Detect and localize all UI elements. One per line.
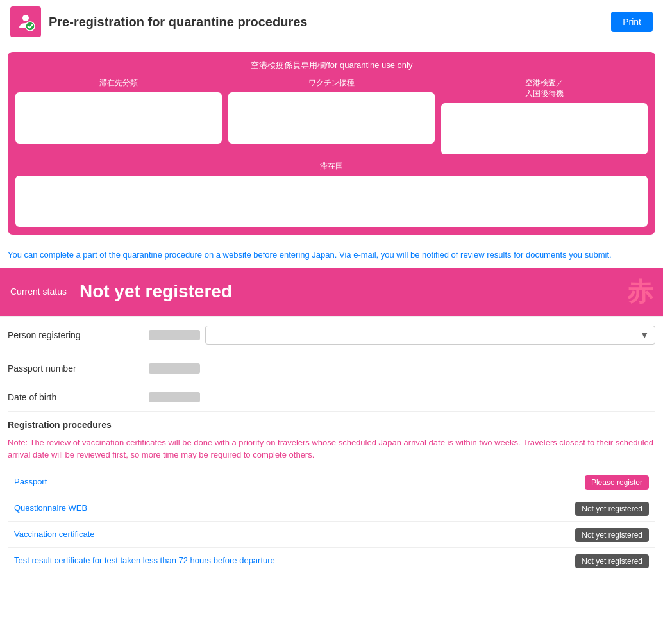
registration-procedures-note: Note: The review of vaccination certific… (8, 436, 655, 461)
passport-number-label: Passport number (8, 363, 149, 374)
quarantine-box: 空港検疫係員専用欄/for quarantine use only 滞在先分類 … (8, 52, 655, 235)
table-row: Questionnaire WEBNot yet registered (8, 495, 655, 521)
reg-item-anchor[interactable]: Questionnaire WEB (14, 503, 87, 513)
date-of-birth-row: Date of birth (8, 383, 655, 412)
quarantine-col3-box (441, 103, 648, 154)
person-registering-select-wrapper[interactable]: ▼ (205, 326, 655, 345)
passport-number-blurred (149, 363, 200, 374)
quarantine-title: 空港検疫係員専用欄/for quarantine use only (15, 60, 648, 71)
reg-item-link[interactable]: Vaccination certificate (8, 521, 540, 547)
reg-item-link[interactable]: Passport (8, 469, 540, 495)
person-registering-label: Person registering (8, 330, 149, 340)
status-kanji: 赤 (627, 274, 653, 310)
date-of-birth-value (149, 392, 655, 402)
passport-number-value (149, 363, 655, 374)
svg-point-0 (22, 15, 29, 21)
quarantine-top-row: 滞在先分類 ワクチン接種 空港検査／入国後待機 (15, 78, 648, 154)
info-text: You can complete a part of the quarantin… (0, 242, 663, 268)
quarantine-col3-label: 空港検査／入国後待機 (525, 78, 564, 99)
date-of-birth-label: Date of birth (8, 392, 149, 402)
reg-item-anchor[interactable]: Test result certificate for test taken l… (14, 556, 275, 565)
table-row: Test result certificate for test taken l… (8, 547, 655, 574)
registration-procedures-title: Registration procedures (8, 420, 655, 430)
quarantine-col1-label: 滞在先分類 (99, 78, 138, 88)
table-row: Vaccination certificateNot yet registere… (8, 521, 655, 547)
header-left: Pre-registration for quarantine procedur… (10, 6, 307, 37)
quarantine-bottom-row: 滞在国 (15, 161, 648, 227)
quarantine-col2-label: ワクチン接種 (308, 78, 355, 88)
person-registering-row: Person registering ▼ (8, 317, 655, 354)
quarantine-wide-box (15, 176, 648, 227)
person-registering-select[interactable] (205, 326, 655, 345)
quarantine-col-1: 滞在先分類 (15, 78, 222, 154)
reg-item-anchor[interactable]: Passport (14, 477, 47, 486)
header: Pre-registration for quarantine procedur… (0, 0, 663, 44)
app-icon (10, 6, 41, 37)
reg-item-badge-cell: Not yet registered (540, 495, 655, 521)
quarantine-wide-label: 滞在国 (320, 161, 343, 172)
reg-item-anchor[interactable]: Vaccination certificate (14, 529, 95, 539)
registration-procedures-table: PassportPlease registerQuestionnaire WEB… (8, 469, 655, 574)
print-button[interactable]: Print (611, 12, 653, 32)
form-section: Person registering ▼ Passport number Dat… (0, 316, 663, 412)
reg-item-badge: Not yet registered (575, 502, 649, 516)
quarantine-col1-box (15, 92, 222, 144)
reg-item-badge[interactable]: Please register (585, 475, 649, 490)
table-row: PassportPlease register (8, 469, 655, 495)
status-value: Not yet registered (80, 281, 232, 302)
reg-item-badge-cell: Not yet registered (540, 521, 655, 547)
status-bar: Current status Not yet registered 赤 (0, 268, 663, 316)
reg-item-badge: Not yet registered (575, 528, 649, 542)
quarantine-col-3: 空港検査／入国後待機 (441, 78, 648, 154)
date-of-birth-blurred (149, 392, 200, 402)
reg-item-badge-cell: Not yet registered (540, 547, 655, 574)
person-registering-blurred (149, 330, 200, 340)
person-registering-value: ▼ (149, 326, 655, 345)
quarantine-col-2: ワクチン接種 (228, 78, 435, 154)
status-label: Current status (10, 286, 67, 297)
reg-item-link[interactable]: Test result certificate for test taken l… (8, 547, 540, 574)
reg-item-badge-cell: Please register (540, 469, 655, 495)
passport-number-row: Passport number (8, 354, 655, 383)
reg-item-link[interactable]: Questionnaire WEB (8, 495, 540, 521)
quarantine-col2-box (228, 92, 435, 144)
registration-procedures-section: Registration procedures Note: The review… (0, 412, 663, 577)
page-title: Pre-registration for quarantine procedur… (49, 15, 307, 29)
reg-item-badge: Not yet registered (575, 554, 649, 568)
